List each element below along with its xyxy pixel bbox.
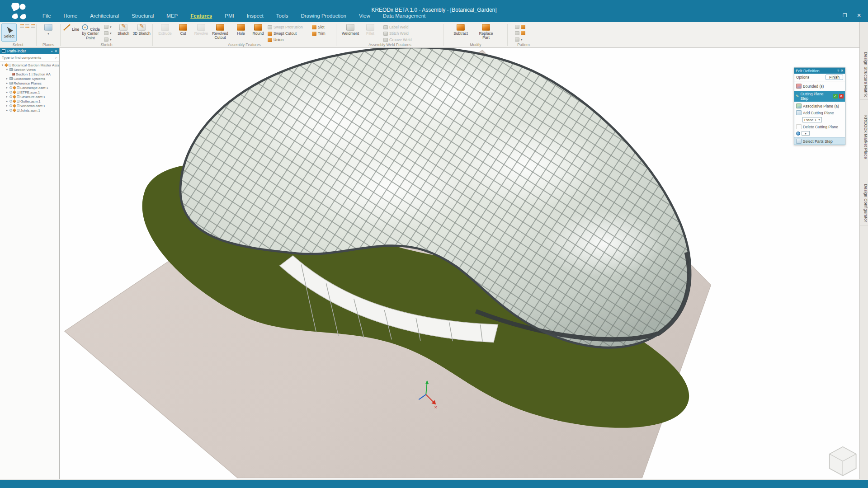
subtract-button[interactable]: Subtract <box>451 24 470 36</box>
circle-by-center-point-button[interactable]: Circle by Center Point <box>79 24 102 40</box>
visibility-icon[interactable] <box>9 95 12 98</box>
caret-icon[interactable]: ▸ <box>5 81 9 85</box>
select-parts-step-row[interactable]: Select Parts Step <box>794 137 845 145</box>
visibility-icon[interactable] <box>9 86 12 89</box>
replace-part-button[interactable]: Replace Part <box>476 24 496 40</box>
groove-weld-button[interactable]: Groove Weld <box>383 38 411 42</box>
3d-viewport[interactable]: × <box>60 48 859 479</box>
tool-icon[interactable] <box>20 24 24 25</box>
sketch-arc-tool[interactable]: ▾ <box>104 31 112 35</box>
sketch-button[interactable]: Sketch <box>114 24 133 36</box>
minimize-button[interactable]: — <box>828 13 834 19</box>
union-button[interactable]: Union <box>268 38 283 42</box>
bounded-row[interactable]: Bounded (s) <box>794 81 845 91</box>
duplicate-tool[interactable]: ▾ <box>515 38 523 42</box>
hole-button[interactable]: Hole <box>231 24 250 36</box>
caret-icon[interactable]: ▸ <box>5 95 9 99</box>
tool-icon[interactable] <box>31 27 35 28</box>
swept-cutout-button[interactable]: Swept Cutout <box>268 31 297 36</box>
tab-design-structure-matrix[interactable]: Design Structure Matrix <box>860 49 868 100</box>
close-icon[interactable]: ✕ <box>840 69 844 73</box>
tree-row-etfe[interactable]: ▸ ETFE.asm:1 <box>0 90 59 94</box>
weldment-button[interactable]: Weldment <box>341 24 360 36</box>
slot-button[interactable]: Slot <box>312 25 325 29</box>
menu-home[interactable]: Home <box>57 12 84 21</box>
tool-icon[interactable] <box>31 24 35 25</box>
menu-inspect[interactable]: Inspect <box>241 12 270 21</box>
revolved-cutout-button[interactable]: Revolved Cutout <box>210 24 231 40</box>
revolve-button[interactable]: Revolve <box>192 24 211 36</box>
menu-architectural[interactable]: Architectural <box>84 12 125 21</box>
cutting-plane-step-row[interactable]: ✎ Cutting Plane Step ✓ ✕ <box>794 91 845 102</box>
caret-icon[interactable]: ▸ <box>5 108 9 112</box>
visibility-icon[interactable] <box>9 91 12 94</box>
finish-button[interactable]: Finish <box>826 75 843 80</box>
tool-icon[interactable] <box>25 24 29 25</box>
selection-sphere-icon[interactable] <box>796 131 800 136</box>
visibility-icon[interactable] <box>9 100 12 103</box>
round-button[interactable]: Round <box>249 24 268 36</box>
menu-file[interactable]: File <box>36 12 57 21</box>
pattern-tool[interactable] <box>515 25 525 29</box>
tree-row-landscape[interactable]: ▸ Landscape.asm:1 <box>0 85 59 90</box>
swept-protrusion-button[interactable]: Swept Protrusion <box>268 25 303 29</box>
line-button[interactable]: Line <box>61 24 80 32</box>
planes-button[interactable]: ▾ <box>39 24 58 36</box>
trim-button[interactable]: Trim <box>312 31 326 36</box>
caret-icon[interactable]: ▸ <box>5 86 9 89</box>
menu-mep[interactable]: MEP <box>160 12 184 21</box>
tree-row-structure[interactable]: ▸ Structure.asm:1 <box>0 94 59 99</box>
selection-mode-dropdown[interactable]: ▾ <box>802 131 810 136</box>
sketch-fillet-tool[interactable]: ▾ <box>104 38 112 42</box>
tree-row-section-views[interactable]: ▾ Section Views <box>0 67 59 72</box>
menu-pmi[interactable]: PMI <box>218 12 240 21</box>
search-icon[interactable]: ⌕ <box>53 55 59 60</box>
tree-row-reference-planes[interactable]: ▸ Reference Planes <box>0 81 59 85</box>
caret-icon[interactable]: ▾ <box>1 63 4 67</box>
3d-sketch-button[interactable]: 3D Sketch <box>132 24 151 36</box>
tree-row-gutter[interactable]: ▸ Gutter.asm:1 <box>0 99 59 103</box>
associative-plane-row[interactable]: Associative Plane (a) <box>794 102 845 109</box>
menu-view[interactable]: View <box>353 12 377 21</box>
close-button[interactable]: ✕ <box>856 13 862 19</box>
caret-icon[interactable]: ▸ <box>5 90 9 94</box>
mirror-tool[interactable] <box>515 31 525 35</box>
cut-button[interactable]: Cut <box>174 24 193 36</box>
label-weld-button[interactable]: Label Weld <box>383 25 408 29</box>
tree-row-windows[interactable]: ▸ Windows.asm:1 <box>0 103 59 108</box>
add-cutting-plane-row[interactable]: Add Cutting Plane <box>794 109 845 116</box>
options-label[interactable]: Options <box>796 75 809 80</box>
search-input[interactable] <box>0 56 53 60</box>
tab-kreodx-market-place[interactable]: KREODx Market Place <box>860 113 868 162</box>
caret-icon[interactable]: ▾ <box>5 68 9 71</box>
sketch-rectangle-tool[interactable]: ▾ <box>104 25 112 29</box>
maximize-button[interactable]: ❐ <box>842 13 848 19</box>
select-tool-button[interactable]: Select <box>1 23 17 42</box>
menu-features[interactable]: Features <box>184 12 218 21</box>
menu-drawing-production[interactable]: Drawing Production <box>295 12 353 21</box>
menu-data-management[interactable]: Data Management <box>377 12 432 21</box>
caret-icon[interactable]: ▸ <box>5 99 9 103</box>
tree-row-root[interactable]: ▾ Botanical Garden Master Assembly.asm <box>0 63 59 67</box>
menu-tools[interactable]: Tools <box>270 12 295 21</box>
help-icon[interactable]: ? <box>837 69 839 73</box>
tree-row-coordinate-systems[interactable]: ▸ Coordinate Systems <box>0 76 59 81</box>
tool-icon[interactable] <box>25 27 29 28</box>
plane-select[interactable]: Plane 1 ▾ <box>802 117 822 122</box>
fillet-button[interactable]: Fillet <box>361 24 380 36</box>
menu-structural[interactable]: Structural <box>125 12 160 21</box>
stitch-weld-button[interactable]: Stitch Weld <box>383 31 409 36</box>
visibility-icon[interactable] <box>9 104 12 107</box>
extrude-button[interactable]: Extrude <box>156 24 175 36</box>
cancel-icon[interactable]: ✕ <box>839 94 844 99</box>
tool-icon[interactable] <box>20 27 24 28</box>
close-icon[interactable]: ✕ <box>54 49 57 53</box>
visibility-icon[interactable] <box>9 109 12 112</box>
caret-icon[interactable]: ▸ <box>5 77 9 80</box>
delete-cutting-plane-row[interactable]: Delete Cutting Plane <box>794 123 845 130</box>
pin-icon[interactable]: ▪ <box>51 49 52 53</box>
tab-design-configurator[interactable]: Design Configurator <box>860 181 868 225</box>
accept-icon[interactable]: ✓ <box>833 94 838 99</box>
tree-row-joints[interactable]: ▸ Joints.asm:1 <box>0 108 59 113</box>
tree-row-section-1[interactable]: Section 1 | Section AA <box>0 72 59 76</box>
